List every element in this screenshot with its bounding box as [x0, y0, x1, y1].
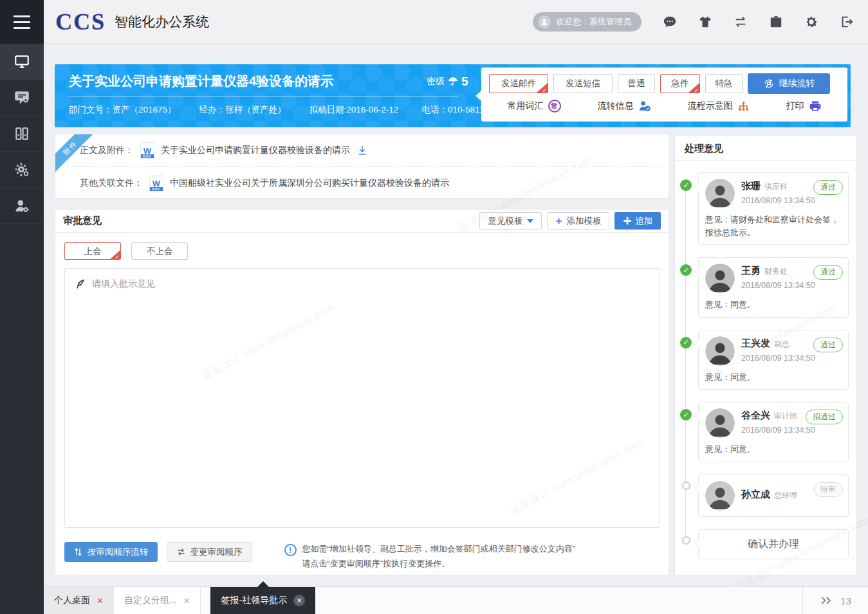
- theme-skin-icon[interactable]: [698, 15, 712, 29]
- document-header: 关于实业公司申请购置计量仪器4验设备的请示 密级 5 普通 部门文号：资产（20…: [55, 64, 851, 127]
- secret-value: 5: [461, 75, 468, 89]
- tab-signoff-active[interactable]: 签报-社领导批示 ✕: [210, 587, 315, 614]
- user-icon: [538, 15, 551, 28]
- header-divider: [69, 96, 458, 97]
- note-line-2: 请点击“变更审阅顺序”按执行变更操作。: [302, 557, 576, 572]
- opinion-entry[interactable]: 通过 王兴发 副总 2016/08/09 13:34:50 意见：同意。: [698, 330, 849, 390]
- status-badge: 通过: [813, 338, 843, 352]
- opinion-time: 2016/08/09 13:34:50: [741, 426, 815, 435]
- related-attachment-filename[interactable]: 中国船级社实业公司关于所属深圳分公司购买计量仪器校验设备的请示: [170, 177, 449, 189]
- priority-normal-button[interactable]: 普通: [618, 74, 655, 93]
- opinion-time: 2016/08/09 13:34:50: [741, 196, 815, 205]
- person-dept: 副总: [774, 339, 790, 350]
- flow-chart-link[interactable]: 流程示意图: [688, 100, 750, 113]
- status-badge: 待审: [813, 482, 843, 497]
- meeting-no-button[interactable]: 不上会: [131, 242, 188, 260]
- close-icon[interactable]: ✕: [183, 596, 190, 606]
- change-order-label: 变更审阅顺序: [190, 546, 243, 558]
- common-words-label: 常用词汇: [508, 100, 544, 112]
- send-email-button[interactable]: 发送邮件: [489, 74, 548, 93]
- add-template-label: 添加模板: [566, 215, 601, 227]
- logo-text: CCS: [55, 8, 106, 35]
- document-title: 关于实业公司申请购置计量仪器4验设备的请示: [69, 73, 333, 90]
- add-template-button[interactable]: + 添加模板: [547, 212, 609, 230]
- append-label: 追加: [635, 215, 652, 227]
- switch-icon[interactable]: [734, 15, 748, 29]
- person-dept: 供应科: [764, 181, 788, 192]
- flow-by-order-label: 按审阅顺序流转: [88, 546, 149, 558]
- umbrella-icon: [448, 77, 458, 87]
- close-icon[interactable]: ✕: [97, 596, 104, 606]
- final-step-card[interactable]: 确认并办理: [698, 529, 849, 559]
- opinion-entry[interactable]: 拟通过 谷全兴 审计部 2016/08/09 13:34:50 意见：同意。: [698, 402, 849, 462]
- word-doc-icon: WDOC: [149, 175, 163, 192]
- action-panel: 发送邮件 发送短信 普通 急件 特急 继续流转 常用词汇 常 流转信息 流程示意…: [481, 68, 847, 122]
- status-badge: 通过: [813, 180, 843, 195]
- common-words-link[interactable]: 常用词汇 常: [508, 100, 561, 113]
- continue-flow-label: 继续流转: [779, 78, 815, 89]
- tab-pager: 13: [802, 587, 868, 614]
- opinion-text: 意见：请财务处和监察审计处会签，报徐总批示。: [705, 213, 842, 239]
- main-attachment-row: 正文及附件： WDOC 关于实业公司申请购置计量仪器校验设备的请示: [55, 134, 669, 167]
- opinion-entry[interactable]: 通过 王勇 财务处 2016/08/09 13:34:50 意见：同意。: [698, 257, 849, 318]
- swap-horizontal-icon: [176, 547, 186, 557]
- person-check-icon: [638, 100, 651, 113]
- app-title: 智能化办公系统: [115, 13, 209, 31]
- printer-icon: [809, 100, 822, 113]
- message-icon[interactable]: [663, 15, 677, 29]
- sidebar-item-desktop[interactable]: [0, 44, 44, 80]
- person-name: 张珊: [741, 180, 761, 192]
- print-link[interactable]: 打印: [786, 100, 822, 113]
- status-badge: 通过: [813, 265, 843, 280]
- approval-footer: 按审阅顺序流转 变更审阅顺序 ! 您如需“增加社领导、副总工批示，增加会签部门或…: [64, 542, 660, 572]
- tab-label: 自定义分组...: [124, 595, 177, 606]
- opinions-panel: 处理意见 通过 张珊 供应科 2016/08/09 13:34:50 意见：请财…: [674, 135, 857, 575]
- append-button[interactable]: ✛ 追加: [614, 212, 661, 230]
- download-icon[interactable]: [356, 145, 368, 156]
- change-order-button[interactable]: 变更审阅顺序: [167, 542, 252, 562]
- avatar: [705, 179, 735, 208]
- briefcase-icon[interactable]: [769, 15, 783, 29]
- person-name: 谷全兴: [741, 410, 770, 422]
- user-welcome-pill[interactable]: 欢迎您：系统管理员: [533, 12, 642, 32]
- main-attachment-label: 正文及附件：: [80, 145, 134, 156]
- menu-toggle-button[interactable]: [0, 0, 44, 44]
- left-sidebar: [0, 44, 44, 614]
- monitor-icon: [14, 53, 30, 70]
- meeting-choice-row: 上会 不上会: [64, 242, 660, 260]
- quill-pen-icon: [75, 278, 86, 289]
- doc-draft-date: 拟稿日期:2016-06-2-12: [309, 104, 399, 116]
- flow-chart-label: 流程示意图: [688, 100, 733, 112]
- tab-custom-group[interactable]: 自定义分组... ✕: [114, 587, 201, 614]
- send-sms-button[interactable]: 发送短信: [553, 74, 613, 93]
- priority-extra-urgent-button[interactable]: 特急: [705, 74, 743, 93]
- app-logo: CCS 智能化办公系统: [55, 0, 209, 44]
- opinion-textarea[interactable]: 请填入批示意见: [64, 268, 660, 528]
- double-chevron-right-icon[interactable]: [820, 595, 833, 606]
- flow-info-link[interactable]: 流转信息: [598, 100, 651, 113]
- person-dept: 财务处: [764, 266, 788, 277]
- sidebar-item-settings[interactable]: [0, 152, 44, 188]
- flow-by-order-button[interactable]: 按审阅顺序流转: [64, 542, 158, 562]
- main-attachment-filename[interactable]: 关于实业公司申请购置计量仪器校验设备的请示: [161, 145, 350, 156]
- tab-count: 13: [840, 595, 851, 606]
- priority-urgent-button[interactable]: 急件: [660, 74, 700, 93]
- sidebar-item-user-admin[interactable]: [0, 188, 44, 224]
- approval-card: 审批意见 意见模板 + 添加模板 ✛ 追加 上会 不上会 请填入批示意见 按审阅…: [55, 209, 669, 575]
- continue-flow-button[interactable]: 继续流转: [748, 73, 830, 94]
- welcome-text: 欢迎您：系统管理员: [556, 16, 631, 28]
- opinion-entry-pending[interactable]: 待审 孙立成 总经理: [698, 474, 849, 517]
- chat-icon: [14, 89, 30, 106]
- settings-gear-icon[interactable]: [804, 15, 818, 29]
- approval-title: 审批意见: [63, 215, 102, 227]
- tab-personal-desktop[interactable]: 个人桌面 ✕: [44, 587, 114, 614]
- meeting-yes-button[interactable]: 上会: [64, 242, 121, 260]
- sidebar-item-archives[interactable]: [0, 116, 44, 152]
- close-icon[interactable]: ✕: [293, 595, 305, 606]
- sidebar-item-messages[interactable]: [0, 80, 44, 116]
- approval-header: 审批意见 意见模板 + 添加模板 ✛ 追加: [55, 210, 669, 233]
- logout-icon[interactable]: [840, 15, 854, 29]
- opinion-entry[interactable]: 通过 张珊 供应科 2016/08/09 13:34:50 意见：请财务处和监察…: [698, 172, 849, 245]
- opinion-template-dropdown[interactable]: 意见模板: [479, 212, 542, 230]
- gear-wrench-icon: [14, 161, 30, 178]
